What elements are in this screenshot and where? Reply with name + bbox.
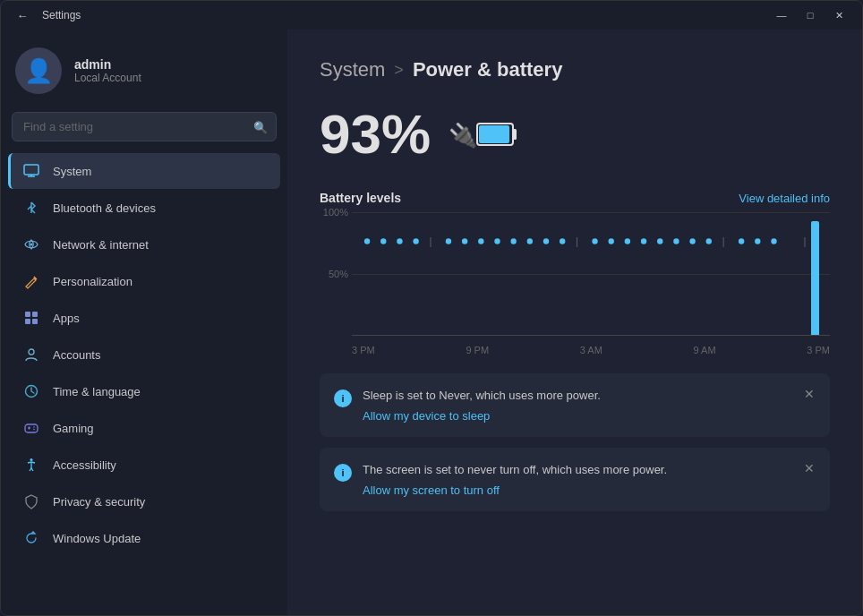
sidebar-nav: System Bluetooth & devices	[1, 152, 287, 557]
sidebar-item-network[interactable]: Network & internet	[8, 227, 280, 262]
screen-notif-close[interactable]: ✕	[799, 458, 819, 478]
chart-header: Battery levels View detailed info	[320, 191, 830, 205]
svg-point-43	[739, 238, 744, 244]
svg-point-8	[29, 349, 34, 355]
battery-icon: 🔌	[449, 116, 517, 152]
svg-point-29	[510, 238, 516, 244]
svg-point-34	[592, 238, 597, 244]
system-icon	[22, 162, 40, 180]
svg-point-22	[397, 238, 402, 244]
chart-dots-row	[352, 237, 830, 335]
svg-point-35	[609, 238, 614, 244]
svg-point-30	[527, 238, 533, 244]
chart-svg	[359, 237, 823, 335]
screen-notif-text: The screen is set to never turn off, whi…	[363, 462, 816, 478]
sidebar-item-system[interactable]: System	[8, 153, 280, 189]
sidebar-item-accounts[interactable]: Accounts	[8, 337, 280, 372]
svg-point-40	[689, 238, 695, 244]
content-area: 👤 admin Local Account 🔍	[1, 30, 862, 615]
user-type: Local Account	[74, 72, 141, 84]
network-icon	[22, 235, 40, 253]
svg-point-15	[30, 458, 33, 461]
svg-point-37	[641, 238, 646, 244]
battery-percent: 93%	[320, 107, 431, 162]
close-button[interactable]: ✕	[826, 6, 851, 24]
svg-point-25	[446, 238, 451, 244]
sidebar-item-label-bluetooth: Bluetooth & devices	[53, 201, 156, 215]
svg-point-45	[771, 238, 776, 244]
sidebar-item-label-privacy: Privacy & security	[53, 495, 145, 509]
breadcrumb-current: Power & battery	[413, 58, 563, 81]
personalization-icon	[22, 272, 40, 290]
sleep-notif-text: Sleep is set to Never, which uses more p…	[363, 388, 816, 404]
sidebar-item-time[interactable]: Time & language	[8, 373, 280, 409]
sidebar-item-label-system: System	[53, 165, 91, 178]
time-icon	[22, 382, 40, 400]
sidebar-item-label-accessibility: Accessibility	[53, 458, 116, 472]
screen-notif-action[interactable]: Allow my screen to turn off	[363, 483, 816, 497]
sidebar-item-label-apps: Apps	[53, 312, 80, 325]
svg-rect-10	[25, 424, 38, 432]
chart-plot	[352, 212, 830, 336]
sleep-notif-icon: i	[334, 389, 352, 407]
time-labels: 3 PM 9 PM 3 AM 9 AM 3 PM	[352, 345, 830, 355]
maximize-button[interactable]: □	[798, 6, 823, 24]
svg-point-20	[364, 238, 370, 244]
time-label-9am: 9 AM	[694, 345, 716, 355]
svg-rect-5	[32, 312, 38, 317]
sidebar-item-apps[interactable]: Apps	[8, 300, 280, 336]
battery-chart: 100% 50%	[320, 212, 830, 355]
breadcrumb: System > Power & battery	[320, 58, 830, 81]
battery-header: 93% 🔌	[320, 107, 830, 162]
chart-title: Battery levels	[320, 191, 401, 205]
sidebar-item-label-gaming: Gaming	[53, 422, 94, 435]
window-controls: — □ ✕	[769, 6, 851, 24]
sleep-notification-card: i Sleep is set to Never, which uses more…	[320, 373, 830, 437]
sidebar-item-privacy[interactable]: Privacy & security	[8, 483, 280, 519]
y-label-100: 100%	[323, 207, 348, 218]
sidebar-item-label-personalization: Personalization	[53, 275, 132, 288]
sidebar-item-update[interactable]: Windows Update	[8, 520, 280, 556]
bluetooth-icon	[22, 199, 40, 217]
breadcrumb-separator: >	[394, 61, 404, 80]
sidebar-item-personalization[interactable]: Personalization	[8, 263, 280, 299]
sleep-notif-close[interactable]: ✕	[799, 384, 819, 404]
sidebar-item-label-accounts: Accounts	[53, 348, 100, 362]
svg-text:🔌: 🔌	[449, 121, 478, 150]
settings-window: ← Settings — □ ✕ 👤 admin Local Account	[0, 0, 863, 616]
svg-point-27	[478, 238, 483, 244]
user-name: admin	[74, 57, 141, 72]
titlebar: ← Settings — □ ✕	[1, 1, 862, 30]
minimize-button[interactable]: —	[769, 6, 794, 24]
svg-point-3	[30, 244, 33, 246]
back-button[interactable]: ←	[12, 4, 33, 26]
window-title: Settings	[42, 9, 81, 21]
sidebar-item-label-network: Network & internet	[53, 238, 149, 252]
sidebar-item-bluetooth[interactable]: Bluetooth & devices	[8, 190, 280, 226]
search-icon: 🔍	[253, 120, 268, 133]
user-icon: 👤	[24, 57, 53, 85]
avatar: 👤	[15, 47, 62, 94]
time-label-3pm-end: 3 PM	[807, 345, 830, 355]
update-icon	[22, 529, 40, 547]
svg-point-38	[657, 238, 662, 244]
svg-point-26	[462, 238, 467, 244]
svg-rect-6	[25, 319, 30, 324]
view-detailed-link[interactable]: View detailed info	[739, 192, 830, 205]
time-label-3am: 3 AM	[580, 345, 602, 355]
svg-point-14	[33, 429, 35, 431]
main-content: System > Power & battery 93% 🔌	[287, 30, 862, 615]
sidebar: 👤 admin Local Account 🔍	[1, 30, 287, 615]
sidebar-item-gaming[interactable]: Gaming	[8, 410, 280, 446]
privacy-icon	[22, 492, 40, 510]
search-input[interactable]	[12, 112, 277, 141]
y-axis: 100% 50%	[320, 212, 352, 336]
gaming-icon	[22, 419, 40, 437]
time-label-3pm-start: 3 PM	[352, 345, 375, 355]
svg-point-44	[755, 238, 760, 244]
chart-gridline-top	[352, 212, 830, 213]
apps-icon	[22, 309, 40, 327]
search-box: 🔍	[12, 112, 277, 141]
sleep-notif-action[interactable]: Allow my device to sleep	[363, 409, 816, 423]
sidebar-item-accessibility[interactable]: Accessibility	[8, 447, 280, 483]
